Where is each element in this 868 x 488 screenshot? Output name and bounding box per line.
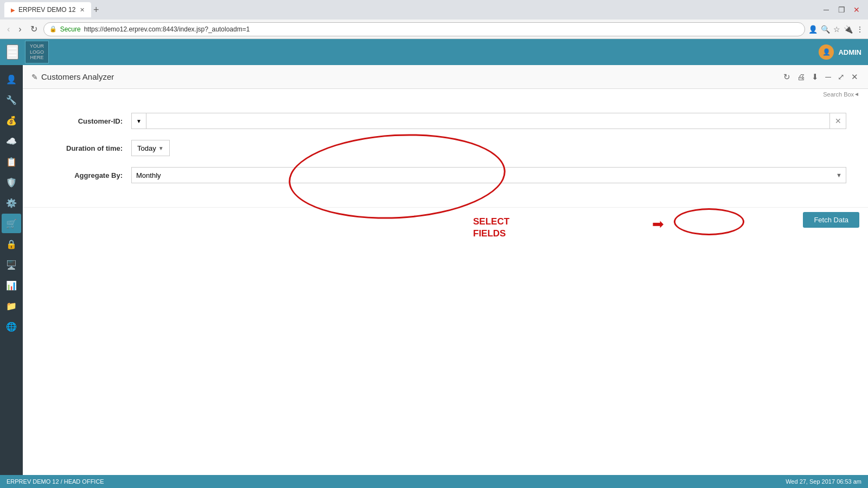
tab-title: ERPREV DEMO 12 bbox=[18, 6, 75, 14]
duration-label: Duration of time: bbox=[44, 144, 131, 152]
fetch-button-row: Fetch Data bbox=[23, 208, 868, 232]
minimize-button[interactable]: ─ bbox=[819, 3, 833, 17]
logo-line2: LOGO bbox=[30, 49, 44, 55]
sidebar-icon-monitor[interactable]: 🖥️ bbox=[2, 255, 21, 274]
duration-controls: Today ▼ bbox=[131, 140, 846, 156]
maximize-panel-button[interactable]: ⤢ bbox=[837, 71, 846, 83]
aggregate-select-wrap: Monthly Weekly Daily Yearly ▼ bbox=[131, 167, 846, 183]
browser-tab[interactable]: ▶ ERPREV DEMO 12 ✕ bbox=[4, 2, 91, 17]
tab-bar: ▶ ERPREV DEMO 12 ✕ + ─ ❐ ✕ bbox=[0, 0, 868, 20]
logo-line1: YOUR bbox=[30, 43, 44, 49]
logo-box: YOUR LOGO HERE bbox=[25, 41, 49, 63]
logo-line3: HERE bbox=[30, 55, 44, 61]
duration-dropdown[interactable]: Today ▼ bbox=[131, 140, 170, 156]
reload-button[interactable]: ↻ bbox=[28, 23, 40, 35]
search-box-label: Search Box bbox=[823, 91, 854, 98]
sidebar-icon-shield[interactable]: 🛡️ bbox=[2, 172, 21, 192]
download-button[interactable]: ⬇ bbox=[810, 71, 820, 83]
menu-icon[interactable]: ⋮ bbox=[856, 25, 864, 34]
page-header-actions: ↻ 🖨 ⬇ ─ ⤢ ✕ bbox=[782, 71, 859, 83]
top-nav: ☰ YOUR LOGO HERE 👤 ADMIN bbox=[0, 39, 868, 65]
sidebar-icon-cloud[interactable]: ☁️ bbox=[2, 131, 21, 151]
customer-id-dropdown[interactable]: ▼ bbox=[131, 113, 146, 129]
customer-id-row: Customer-ID: ▼ ✕ bbox=[44, 113, 846, 129]
new-tab-button[interactable]: + bbox=[93, 4, 99, 16]
zoom-icon[interactable]: 🔍 bbox=[821, 25, 830, 34]
sidebar-icon-lock[interactable]: 🔒 bbox=[2, 234, 21, 254]
sidebar-icon-server[interactable]: 📊 bbox=[2, 275, 21, 295]
close-window-button[interactable]: ✕ bbox=[850, 3, 864, 17]
top-nav-right: 👤 ADMIN bbox=[819, 44, 861, 60]
page-header: ✎ Customers Analyzer ↻ 🖨 ⬇ ─ ⤢ ✕ bbox=[23, 65, 868, 89]
status-bar-right: Wed 27, Sep 2017 06:53 am bbox=[786, 478, 861, 485]
sidebar-icon-folder[interactable]: 📁 bbox=[2, 296, 21, 316]
duration-value: Today bbox=[137, 144, 156, 152]
duration-row: Duration of time: Today ▼ bbox=[44, 140, 846, 156]
secure-icon: 🔒 bbox=[49, 25, 57, 33]
sidebar-icon-globe[interactable]: 🌐 bbox=[2, 317, 21, 336]
refresh-button[interactable]: ↻ bbox=[782, 71, 792, 83]
browser-actions: 👤 🔍 ☆ 🔌 ⋮ bbox=[808, 25, 864, 34]
restore-button[interactable]: ❐ bbox=[834, 3, 848, 17]
fetch-data-button[interactable]: Fetch Data bbox=[803, 212, 859, 228]
tab-favicon: ▶ bbox=[11, 7, 15, 13]
customer-id-input[interactable] bbox=[146, 113, 830, 129]
sidebar-icon-user[interactable]: 👤 bbox=[2, 69, 21, 89]
sidebar-icon-gear[interactable]: ⚙️ bbox=[2, 193, 21, 213]
print-button[interactable]: 🖨 bbox=[796, 71, 806, 82]
address-text: https://demo12.erprev.com:8443/index.jsp… bbox=[84, 25, 799, 33]
tab-close-button[interactable]: ✕ bbox=[80, 7, 85, 14]
secure-label: Secure bbox=[60, 25, 81, 33]
sidebar-icon-money[interactable]: 💰 bbox=[2, 111, 21, 130]
annotation-layer: SELECT FIELDS ➡ bbox=[23, 232, 868, 475]
aggregate-select[interactable]: Monthly Weekly Daily Yearly bbox=[131, 167, 846, 183]
search-box-hint: Search Box ◄ bbox=[23, 89, 868, 100]
app-wrapper: ☰ YOUR LOGO HERE 👤 ADMIN 👤 🔧 💰 ☁️ 📋 🛡️ ⚙… bbox=[0, 39, 868, 488]
browser-controls: ‹ › ↻ 🔒 Secure https://demo12.erprev.com… bbox=[0, 20, 868, 39]
extensions-icon[interactable]: 🔌 bbox=[844, 25, 853, 34]
form-area: Customer-ID: ▼ ✕ Duration of time: To bbox=[23, 100, 868, 208]
customer-id-clear-button[interactable]: ✕ bbox=[830, 113, 846, 129]
window-controls: ─ ❐ ✕ bbox=[819, 3, 864, 17]
aggregate-row: Aggregate By: Monthly Weekly Daily Yearl… bbox=[44, 167, 846, 183]
aggregate-label: Aggregate By: bbox=[44, 171, 131, 179]
close-panel-button[interactable]: ✕ bbox=[850, 71, 859, 83]
content-area: ✎ Customers Analyzer ↻ 🖨 ⬇ ─ ⤢ ✕ Search … bbox=[23, 65, 868, 475]
browser-chrome: ▶ ERPREV DEMO 12 ✕ + ─ ❐ ✕ ‹ › ↻ 🔒 Secur… bbox=[0, 0, 868, 39]
page-title-icon: ✎ bbox=[31, 73, 38, 81]
customer-id-controls: ▼ ✕ bbox=[131, 113, 846, 129]
admin-label: ADMIN bbox=[838, 48, 861, 56]
user-icon[interactable]: 👤 bbox=[808, 25, 818, 34]
status-bar: ERPREV DEMO 12 / HEAD OFFICE Wed 27, Sep… bbox=[0, 475, 868, 488]
sidebar-icon-wrench[interactable]: 🔧 bbox=[2, 90, 21, 110]
address-bar[interactable]: 🔒 Secure https://demo12.erprev.com:8443/… bbox=[43, 22, 805, 36]
admin-avatar: 👤 bbox=[819, 44, 834, 60]
back-button[interactable]: ‹ bbox=[4, 23, 12, 35]
sidebar: 👤 🔧 💰 ☁️ 📋 🛡️ ⚙️ 🛒 🔒 🖥️ 📊 📁 🌐 bbox=[0, 65, 23, 475]
forward-button[interactable]: › bbox=[16, 23, 24, 35]
minimize-panel-button[interactable]: ─ bbox=[824, 71, 832, 82]
customer-id-label: Customer-ID: bbox=[44, 117, 131, 125]
page-title: Customers Analyzer bbox=[41, 72, 114, 81]
duration-dropdown-arrow: ▼ bbox=[158, 145, 164, 151]
main-area: 👤 🔧 💰 ☁️ 📋 🛡️ ⚙️ 🛒 🔒 🖥️ 📊 📁 🌐 ✎ Customer… bbox=[0, 65, 868, 475]
search-box-arrow: ◄ bbox=[854, 91, 859, 98]
bookmark-icon[interactable]: ☆ bbox=[833, 25, 840, 34]
hamburger-menu[interactable]: ☰ bbox=[7, 44, 18, 60]
sidebar-icon-list[interactable]: 📋 bbox=[2, 152, 21, 171]
status-bar-left: ERPREV DEMO 12 / HEAD OFFICE bbox=[7, 478, 104, 485]
sidebar-icon-cart[interactable]: 🛒 bbox=[2, 214, 21, 233]
dropdown-arrow-icon: ▼ bbox=[136, 118, 142, 124]
